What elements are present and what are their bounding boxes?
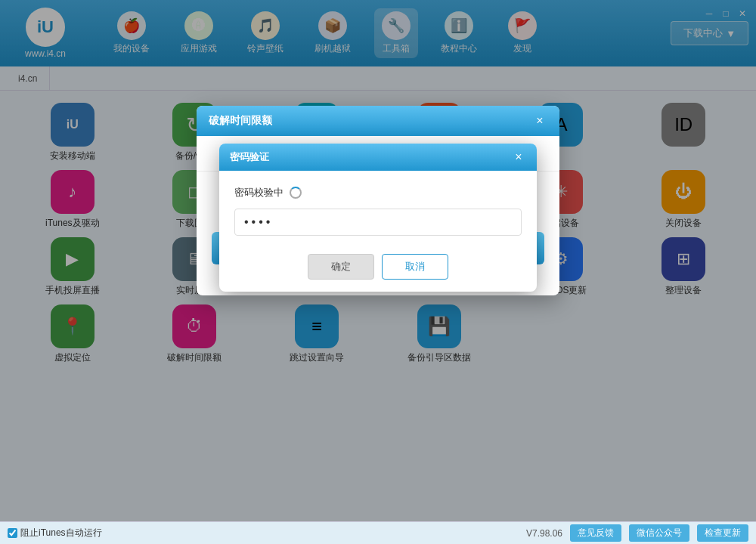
loading-spinner bbox=[290, 187, 302, 199]
status-bar: 阻止iTunes自动运行 V7.98.06 意见反馈 微信公众号 检查更新 bbox=[0, 521, 756, 544]
password-dialog-header: 密码验证 × bbox=[219, 144, 537, 171]
confirm-btn[interactable]: 确定 bbox=[308, 254, 374, 280]
password-input[interactable] bbox=[234, 209, 522, 236]
password-dialog-footer: 确定 取消 bbox=[219, 254, 537, 292]
main-dialog-close-btn[interactable]: × bbox=[532, 113, 547, 128]
cancel-btn[interactable]: 取消 bbox=[382, 254, 448, 280]
feedback-btn[interactable]: 意见反馈 bbox=[570, 524, 621, 542]
itunes-checkbox-area[interactable]: 阻止iTunes自动运行 bbox=[8, 527, 102, 539]
itunes-checkbox[interactable] bbox=[8, 528, 17, 538]
itunes-checkbox-label: 阻止iTunes自动运行 bbox=[20, 527, 102, 539]
main-dialog-title: 破解时间限额 bbox=[209, 114, 272, 128]
main-dialog-header: 破解时间限额 × bbox=[197, 106, 559, 136]
wechat-btn[interactable]: 微信公众号 bbox=[629, 524, 689, 542]
password-dialog-title: 密码验证 bbox=[230, 150, 269, 164]
modal-overlay: 破解时间限额 × 选择全备份文件 破解时间限额 开始破译 查看教程 密码验证 × bbox=[0, 0, 756, 521]
verify-row: 密码校验中 bbox=[234, 186, 522, 199]
main-dialog: 破解时间限额 × 选择全备份文件 破解时间限额 开始破译 查看教程 密码验证 × bbox=[197, 106, 559, 295]
password-dialog: 密码验证 × 密码校验中 确定 取消 bbox=[219, 144, 537, 292]
password-dialog-close-btn[interactable]: × bbox=[511, 150, 526, 165]
version-label: V7.98.06 bbox=[526, 528, 562, 539]
verify-label: 密码校验中 bbox=[234, 186, 284, 199]
update-btn[interactable]: 检查更新 bbox=[697, 524, 748, 542]
password-dialog-body: 密码校验中 bbox=[219, 171, 537, 254]
